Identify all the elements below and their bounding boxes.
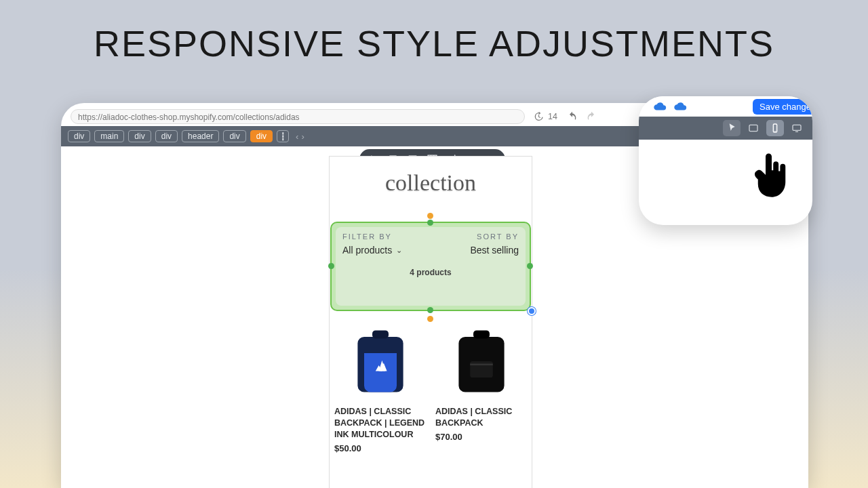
sync-icons [652,101,688,112]
history-icon [533,111,544,122]
callout-header: Save change [639,96,812,117]
crumb-div[interactable]: div [223,130,245,142]
tablet-icon [748,123,759,134]
product-name: ADIDAS | CLASSIC BACKPACK [435,406,527,429]
pointer-mode-button[interactable] [723,120,741,136]
cloud-icon [652,101,667,112]
desktop-viewport-button[interactable] [788,120,806,136]
page-headline: RESPONSIVE STYLE ADJUSTMENTS [0,22,868,64]
sort-by-label: SORT BY [470,232,519,241]
resize-handle-right[interactable] [527,263,533,269]
corner-handle[interactable] [528,307,536,315]
selection-box[interactable]: FILTER BY All products ⌄ SORT BY Best se… [330,222,531,311]
crumb-div[interactable]: div [68,130,90,142]
product-price: $50.00 [334,443,426,453]
product-card[interactable]: ADIDAS | CLASSIC BACKPACK | LEGEND INK M… [334,321,426,453]
chevron-left-icon[interactable]: ‹ [296,131,298,142]
svg-rect-4 [749,125,757,131]
sort-by-value: Best selling [470,245,519,256]
redo-button[interactable] [585,110,598,123]
margin-handle-top[interactable] [427,213,433,219]
product-name: ADIDAS | CLASSIC BACKPACK | LEGEND INK M… [334,406,426,441]
svg-rect-1 [473,330,490,338]
chevron-down-icon: ⌄ [396,246,402,255]
url-input[interactable]: https://aliadoc-clothes-shop.myshopify.c… [71,109,525,124]
viewport-callout: Save change [639,96,812,225]
product-grid: ADIDAS | CLASSIC BACKPACK | LEGEND INK M… [330,315,531,453]
filter-by-label: FILTER BY [342,232,402,241]
crumb-text-icon[interactable]: ┇ [277,130,289,142]
cursor-hand-icon [753,150,791,199]
product-image [340,321,421,402]
svg-rect-0 [372,330,389,338]
product-price: $70.00 [435,432,527,442]
mobile-viewport-button[interactable] [766,120,784,136]
crumb-nav: ‹› [296,131,304,142]
resize-handle-top[interactable] [427,220,433,226]
crumb-div[interactable]: div [155,130,178,142]
save-button[interactable]: Save change [753,99,812,115]
svg-point-6 [774,131,775,131]
pointer-icon [726,123,737,134]
crumb-div[interactable]: div [128,130,151,142]
undo-button[interactable] [566,110,579,123]
redo-icon [586,111,597,122]
product-image [441,321,522,402]
filter-by-value: All products [342,245,392,256]
sort-by-select[interactable]: Best selling [470,245,519,256]
filter-panel: FILTER BY All products ⌄ SORT BY Best se… [336,227,526,306]
crumb-header[interactable]: header [182,130,219,142]
resize-handle-bottom[interactable] [427,307,433,313]
history-button[interactable]: 14 [530,111,560,122]
viewport-bar [639,117,812,140]
mobile-icon [770,123,781,134]
desktop-icon [791,123,802,134]
history-count: 14 [548,112,557,121]
tablet-viewport-button[interactable] [745,120,762,136]
product-count: 4 products [342,268,519,277]
product-card[interactable]: ADIDAS | CLASSIC BACKPACK $70.00 [435,321,527,453]
resize-handle-left[interactable] [328,263,334,269]
filter-by-select[interactable]: All products ⌄ [342,245,402,256]
svg-rect-7 [793,125,801,130]
svg-rect-2 [470,361,493,378]
cloud-icon [673,101,688,112]
chevron-right-icon[interactable]: › [301,131,304,142]
crumb-div-active[interactable]: div [250,130,273,142]
undo-icon [567,111,578,122]
collection-title: collection [330,157,532,201]
crumb-main[interactable]: main [94,130,124,142]
